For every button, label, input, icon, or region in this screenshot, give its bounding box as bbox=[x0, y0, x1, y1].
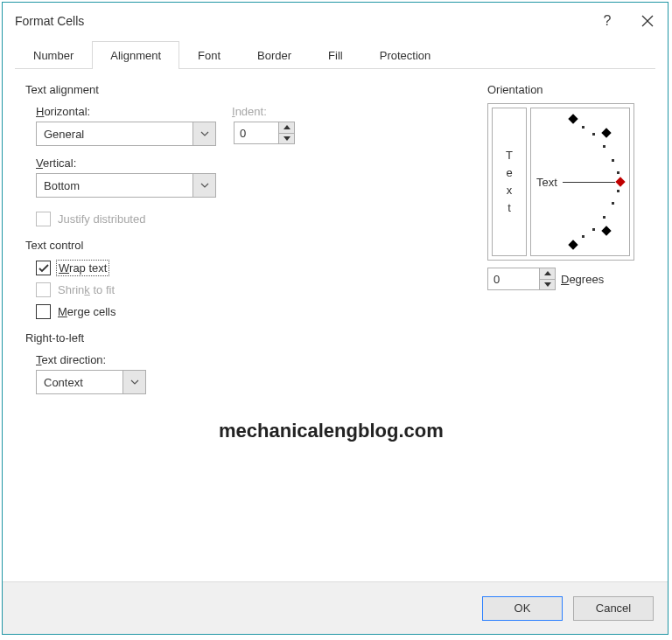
tab-protection[interactable]: Protection bbox=[361, 41, 450, 69]
horizontal-label: Horizontal: bbox=[36, 105, 216, 118]
left-column: Text alignment Horizontal: General Verti… bbox=[25, 83, 472, 581]
svg-marker-2 bbox=[284, 125, 290, 129]
diamond-icon bbox=[601, 226, 611, 235]
justify-distributed-label: Justify distributed bbox=[58, 212, 145, 226]
wrap-text-label: Wrap text bbox=[58, 261, 108, 275]
indent-value: 0 bbox=[234, 122, 278, 143]
tab-content: Text alignment Horizontal: General Verti… bbox=[3, 69, 668, 581]
dial-line bbox=[563, 182, 615, 183]
vertical-value: Bottom bbox=[37, 179, 192, 192]
degrees-spin[interactable]: 0 bbox=[487, 268, 556, 290]
spin-up-button[interactable] bbox=[279, 122, 294, 134]
diamond-icon bbox=[568, 114, 578, 123]
diamond-icon bbox=[601, 128, 611, 137]
orientation-group: Orientation Text Text bbox=[487, 83, 645, 581]
text-direction-combo[interactable]: Context bbox=[36, 370, 146, 394]
dot-icon bbox=[603, 216, 606, 219]
orientation-dial[interactable]: Text bbox=[530, 108, 630, 256]
dot-icon bbox=[582, 235, 584, 238]
spin-up-button[interactable] bbox=[540, 268, 555, 280]
watermark-text: mechanicalengblog.com bbox=[219, 420, 444, 442]
svg-marker-3 bbox=[284, 136, 290, 141]
shrink-to-fit-checkbox bbox=[36, 282, 51, 297]
dialog-footer: OK Cancel bbox=[3, 581, 668, 634]
horizontal-value: General bbox=[37, 128, 192, 141]
dot-icon bbox=[617, 171, 620, 174]
tab-fill[interactable]: Fill bbox=[310, 41, 361, 69]
dial-sample-text: Text bbox=[536, 176, 557, 189]
wrap-text-checkbox[interactable] bbox=[36, 261, 51, 275]
chevron-down-icon bbox=[192, 122, 215, 145]
degrees-label: Degrees bbox=[561, 273, 604, 286]
text-direction-label: Text direction: bbox=[36, 353, 472, 366]
vertical-combo[interactable]: Bottom bbox=[36, 173, 216, 198]
dot-icon bbox=[617, 190, 620, 192]
dot-icon bbox=[603, 145, 606, 148]
shrink-to-fit-label: Shrink to fit bbox=[58, 283, 115, 296]
dot-icon bbox=[612, 202, 614, 205]
spin-down-button[interactable] bbox=[279, 134, 294, 144]
dot-icon bbox=[612, 159, 614, 162]
svg-marker-5 bbox=[544, 282, 551, 287]
text-alignment-group: Text alignment Horizontal: General Verti… bbox=[25, 83, 472, 233]
tab-border[interactable]: Border bbox=[239, 41, 310, 69]
horizontal-combo[interactable]: General bbox=[36, 122, 216, 146]
help-button[interactable]: ? bbox=[587, 3, 627, 39]
titlebar: Format Cells ? bbox=[3, 3, 668, 39]
ok-button[interactable]: OK bbox=[482, 596, 563, 621]
close-button[interactable] bbox=[627, 3, 668, 39]
tab-alignment[interactable]: Alignment bbox=[92, 41, 179, 69]
tab-font[interactable]: Font bbox=[179, 41, 239, 69]
justify-distributed-checkbox bbox=[36, 212, 51, 226]
orientation-label: Orientation bbox=[487, 83, 645, 96]
chevron-down-icon bbox=[192, 174, 215, 197]
tab-number[interactable]: Number bbox=[15, 41, 92, 69]
merge-cells-checkbox[interactable] bbox=[36, 304, 51, 319]
chevron-down-icon bbox=[122, 371, 145, 393]
dot-icon bbox=[592, 133, 595, 136]
diamond-icon bbox=[615, 177, 625, 186]
text-direction-value: Context bbox=[37, 376, 122, 389]
vertical-label: Vertical: bbox=[36, 157, 216, 170]
dot-icon bbox=[592, 228, 595, 231]
indent-label: Indent: bbox=[232, 105, 295, 118]
svg-marker-4 bbox=[544, 271, 551, 275]
tab-strip: Number Alignment Font Border Fill Protec… bbox=[15, 41, 655, 69]
format-cells-dialog: Format Cells ? Number Alignment Font Bor… bbox=[2, 2, 668, 635]
orientation-box: Text Text bbox=[487, 103, 634, 261]
window-title: Format Cells bbox=[15, 14, 587, 28]
diamond-icon bbox=[568, 240, 578, 249]
merge-cells-label: Merge cells bbox=[58, 305, 116, 318]
rtl-label: Right-to-left bbox=[25, 331, 472, 344]
right-to-left-group: Right-to-left Text direction: Context bbox=[25, 331, 472, 405]
text-alignment-label: Text alignment bbox=[25, 83, 472, 96]
text-control-group: Text control Wrap text Shrink to fit Mer… bbox=[25, 239, 472, 319]
spin-down-button[interactable] bbox=[540, 280, 555, 290]
vertical-text-button[interactable]: Text bbox=[492, 108, 527, 256]
degrees-value: 0 bbox=[488, 268, 539, 289]
dot-icon bbox=[582, 126, 584, 129]
indent-spin[interactable]: 0 bbox=[234, 122, 295, 144]
text-control-label: Text control bbox=[25, 239, 472, 252]
cancel-button[interactable]: Cancel bbox=[573, 596, 654, 621]
